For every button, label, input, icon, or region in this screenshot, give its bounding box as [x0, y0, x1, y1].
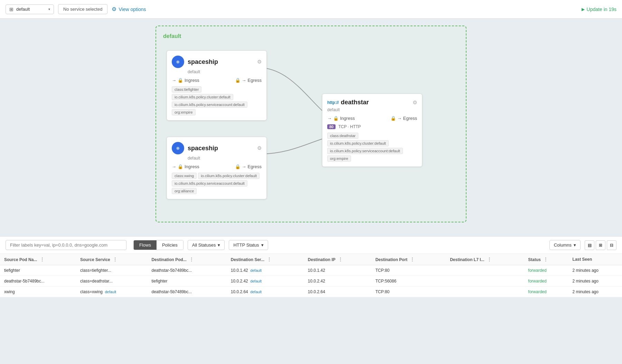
col-dest-l7: Destination L7 I... ⋮	[446, 254, 524, 265]
cell-status: forwarded	[524, 287, 568, 297]
cell-dest-ip: 10.0.2.42	[304, 276, 371, 287]
flows-table: Source Pod Na... ⋮ Source Service ⋮ Dest…	[0, 254, 622, 297]
port-protocol: TCP · HTTP	[338, 124, 361, 129]
columns-dropdown[interactable]: Columns ▾	[549, 240, 581, 250]
spaceship2-egress[interactable]: 🔒 → Egress	[235, 164, 262, 169]
deathstar-ingress[interactable]: → 🔒 Ingress	[327, 116, 355, 121]
spaceship1-ingress[interactable]: → 🔒 Ingress	[172, 78, 199, 83]
cell-status: forwarded	[524, 265, 568, 276]
spaceship2-card: ⎈ spaceship ⚙ default → 🔒 Ingress 🔒 → Eg…	[167, 137, 267, 199]
col-source-svc: Source Service ⋮	[76, 254, 147, 265]
cell-dest-ip: 10.0.2.64	[304, 287, 371, 297]
deathstar-egress-label: Egress	[403, 116, 417, 121]
update-timer: ▶ Update in 19s	[582, 7, 616, 12]
spaceship1-namespace: default	[188, 69, 262, 74]
cell-dest-svc: 10.0.2.64 default	[227, 287, 304, 297]
cell-last-seen: 2 minutes ago	[568, 265, 622, 276]
namespace-selector[interactable]: ⊞ default ▾	[6, 4, 54, 14]
namespace-container: default ⎈ spaceship ⚙ default	[156, 26, 466, 222]
cell-status: forwarded	[524, 276, 568, 287]
flows-table-container: Source Pod Na... ⋮ Source Service ⋮ Dest…	[0, 254, 622, 297]
cell-last-seen: 2 minutes ago	[568, 276, 622, 287]
spaceship2-gear[interactable]: ⚙	[257, 145, 262, 151]
table-row: deathstar-5b7489bc... class=deathstar...…	[0, 276, 622, 287]
cell-dest-port: TCP:56086	[371, 276, 446, 287]
tab-policies[interactable]: Policies	[157, 240, 183, 250]
spaceship1-traffic: → 🔒 Ingress 🔒 → Egress	[172, 78, 262, 83]
double-column-view[interactable]: ⊞	[596, 240, 605, 250]
spaceship2-traffic: → 🔒 Ingress 🔒 → Egress	[172, 164, 262, 169]
col-last-seen: Last Seen	[568, 254, 622, 265]
spaceship2-labels: class:xwing io.cilium.k8s.policy.cluster…	[172, 173, 262, 194]
all-statuses-dropdown[interactable]: All Statuses ▾	[188, 240, 225, 250]
deathstar-namespace: default	[327, 107, 417, 112]
deathstar-egress[interactable]: 🔒 → Egress	[390, 116, 417, 121]
bottom-panel: Flows Policies All Statuses ▾ HTTP Statu…	[0, 236, 622, 297]
col-dest-pod: Destination Pod... ⋮	[147, 254, 226, 265]
spaceship1-egress[interactable]: 🔒 → Egress	[235, 78, 262, 83]
table-row: tiefighter class=tiefighter... deathstar…	[0, 265, 622, 276]
spaceship1-labels: class:tiefighter io.cilium.k8s.policy.cl…	[172, 86, 262, 115]
tab-flows[interactable]: Flows	[134, 240, 157, 250]
cell-dest-l7	[446, 265, 524, 276]
no-service-button[interactable]: No service selected	[58, 4, 107, 14]
cell-source-pod: tiefighter	[0, 265, 76, 276]
spaceship1-gear[interactable]: ⚙	[257, 59, 262, 65]
http-status-dropdown[interactable]: HTTP Status ▾	[229, 240, 268, 250]
update-label: Update in 19s	[587, 7, 616, 12]
top-header: ⊞ default ▾ No service selected ⚙ View o…	[0, 0, 622, 19]
gear-icon: ⚙	[112, 6, 116, 12]
deathstar-gear[interactable]: ⚙	[413, 99, 417, 106]
deathstar-traffic: → 🔒 Ingress 🔒 → Egress	[327, 116, 417, 121]
deathstar-labels: class:deathstar io.cilium.k8s.policy.clu…	[327, 133, 417, 162]
cell-last-seen: 2 minutes ago	[568, 287, 622, 297]
cell-source-pod: xwing	[0, 287, 76, 297]
k8s-icon-1: ⎈	[172, 56, 184, 68]
bottom-toolbar: Flows Policies All Statuses ▾ HTTP Statu…	[0, 237, 622, 254]
col-status: Status ⋮	[524, 254, 568, 265]
filter-input[interactable]	[6, 240, 126, 250]
http-protocol-label: http://	[327, 100, 339, 105]
port-badge: 80	[327, 124, 336, 129]
chevron-down-icon-statuses: ▾	[218, 242, 220, 248]
spaceship2-ingress[interactable]: → 🔒 Ingress	[172, 164, 199, 169]
spaceship2-title: spaceship	[188, 145, 218, 152]
cell-dest-pod: deathstar-5b7489bc...	[147, 287, 226, 297]
col-dest-svc: Destination Ser... ⋮	[227, 254, 304, 265]
cell-dest-ip: 10.0.1.42	[304, 265, 371, 276]
namespace-title: default	[163, 33, 459, 39]
cell-dest-l7	[446, 287, 524, 297]
cell-source-pod: deathstar-5b7489bc...	[0, 276, 76, 287]
triple-column-view[interactable]: ⊟	[607, 240, 616, 250]
spaceship2-namespace: default	[188, 156, 262, 161]
view-options-label: View options	[119, 7, 146, 12]
view-options-button[interactable]: ⚙ View options	[112, 6, 146, 12]
ingress-label: Ingress	[185, 78, 199, 83]
chevron-down-icon-columns: ▾	[574, 242, 576, 248]
cell-dest-port: TCP:80	[371, 265, 446, 276]
table-row: xwing class=xwing default deathstar-5b74…	[0, 287, 622, 297]
cell-dest-svc: 10.0.1.42 default	[227, 265, 304, 276]
col-dest-ip: Destination IP ⋮	[304, 254, 371, 265]
col-dest-port: Destination Port ⋮	[371, 254, 446, 265]
spaceship1-card: ⎈ spaceship ⚙ default → 🔒 Ingress 🔒 → Eg…	[167, 50, 267, 121]
cell-source-svc: class=xwing default	[76, 287, 147, 297]
deathstar-card: http:// deathstar ⚙ default → 🔒 Ingress …	[322, 94, 422, 167]
view-icons: ▤ ⊞ ⊟	[585, 240, 616, 250]
deathstar-title: deathstar	[341, 99, 369, 106]
deathstar-ingress-label: Ingress	[340, 116, 355, 121]
namespace-label: default	[16, 7, 46, 12]
cell-dest-pod: tiefighter	[147, 276, 226, 287]
grid-icon: ⊞	[9, 7, 13, 12]
ingress-label2: Ingress	[185, 164, 199, 169]
spaceship1-title: spaceship	[188, 58, 218, 66]
single-column-view[interactable]: ▤	[585, 240, 594, 250]
col-source-pod: Source Pod Na... ⋮	[0, 254, 76, 265]
play-icon: ▶	[582, 7, 585, 12]
chevron-down-icon-http: ▾	[261, 242, 264, 248]
chevron-down-icon: ▾	[48, 7, 50, 11]
cell-dest-pod: deathstar-5b7489bc...	[147, 265, 226, 276]
cell-source-svc: class=tiefighter...	[76, 265, 147, 276]
egress-label2: Egress	[248, 164, 262, 169]
tab-group: Flows Policies	[133, 240, 183, 250]
